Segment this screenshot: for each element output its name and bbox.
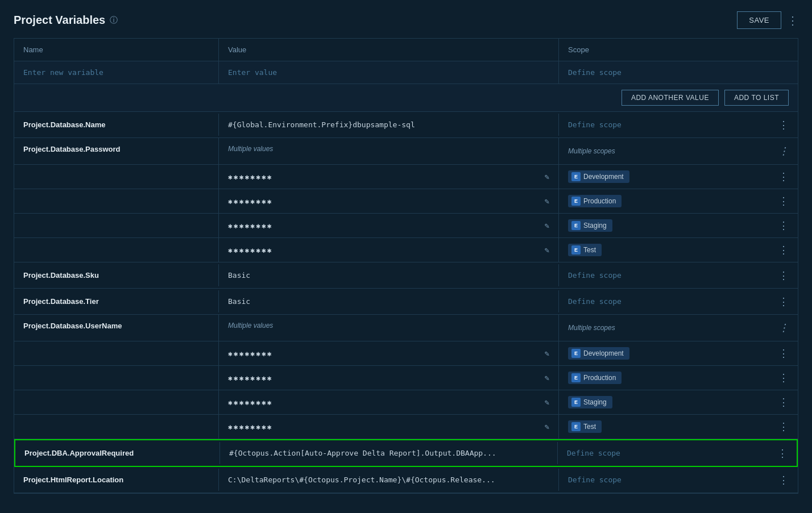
scope-cell: E Test ⋮: [559, 415, 798, 439]
multi-value-row: ✱✱✱✱✱✱✱✱ ✎ E Production ⋮: [14, 189, 798, 213]
multi-var-header: Project.Database.Password Multiple value…: [14, 138, 798, 164]
row-options-icon[interactable]: ⋮: [778, 396, 789, 408]
scope-cell: E Staging ⋮: [559, 214, 798, 237]
empty-name-cell: [14, 341, 219, 365]
new-variable-name-input[interactable]: Enter new variable: [14, 61, 219, 84]
row-options-icon[interactable]: ⋮: [778, 347, 789, 360]
row-options-icon[interactable]: ⋮: [778, 372, 789, 384]
scope-cell: E Production ⋮: [559, 189, 798, 213]
edit-icon[interactable]: ✎: [545, 172, 549, 181]
row-options-icon[interactable]: ⋮: [778, 145, 789, 157]
edit-icon[interactable]: ✎: [545, 398, 549, 407]
more-options-icon[interactable]: ⋮: [787, 14, 798, 27]
password-stars: ✱✱✱✱✱✱✱✱: [228, 222, 273, 230]
row-options-icon[interactable]: ⋮: [778, 269, 789, 281]
page-container: Project Variables ⓘ SAVE ⋮ Name Value Sc…: [0, 0, 812, 513]
edit-icon[interactable]: ✎: [545, 245, 549, 255]
empty-name-cell: [14, 165, 219, 189]
col-header-name: Name: [14, 39, 219, 61]
simple-var-row: Project.Database.Name #{Global.Environme…: [14, 112, 798, 137]
multi-value-row: ✱✱✱✱✱✱✱✱ ✎ E Test ⋮: [14, 414, 798, 439]
row-options-icon[interactable]: ⋮: [778, 420, 789, 433]
variable-value: C:\DeltaReports\#{Octopus.Project.Name}\…: [219, 469, 559, 491]
row-options-icon[interactable]: ⋮: [778, 244, 789, 256]
empty-name-cell: [14, 390, 219, 414]
scope-cell: E Development ⋮: [559, 341, 798, 365]
multi-value-row: ✱✱✱✱✱✱✱✱ ✎ E Test ⋮: [14, 237, 798, 262]
scope-tag-icon: E: [571, 197, 581, 206]
scope-tag: E Production: [568, 195, 622, 207]
scope-cell: E Development ⋮: [559, 165, 798, 189]
multi-value-row: ✱✱✱✱✱✱✱✱ ✎ E Development ⋮: [14, 164, 798, 189]
variable-value: Basic: [219, 264, 559, 286]
multi-value-row: ✱✱✱✱✱✱✱✱ ✎ E Development ⋮: [14, 341, 798, 365]
value-text: #{Global.Environment.Prefix}dbupsample-s…: [228, 120, 415, 129]
empty-name-cell: [14, 366, 219, 390]
scope-tag-label: Test: [583, 246, 596, 254]
empty-name-cell: [14, 238, 219, 262]
edit-icon[interactable]: ✎: [545, 422, 549, 431]
multi-scope-text: Multiple scopes: [568, 147, 615, 155]
row-options-icon[interactable]: ⋮: [778, 219, 789, 232]
col-header-scope: Scope: [559, 39, 798, 61]
scope-text: Define scope: [568, 297, 622, 306]
variable-name: Project.Database.Name: [14, 114, 219, 136]
row-options-icon[interactable]: ⋮: [778, 474, 789, 486]
scope-tag: E Development: [568, 170, 629, 183]
table-row: Project.Database.Tier Basic Define scope…: [14, 289, 798, 315]
page-title: Project Variables: [14, 14, 105, 27]
table-row: Project.Database.Sku Basic Define scope …: [14, 262, 798, 289]
scope-tag: E Development: [568, 347, 629, 360]
password-stars: ✱✱✱✱✱✱✱✱: [228, 246, 273, 255]
variable-name: Project.Database.Tier: [14, 290, 219, 312]
variable-name: Project.HtmlReport.Location: [14, 469, 219, 491]
scope-tag: E Production: [568, 372, 622, 384]
masked-value: ✱✱✱✱✱✱✱✱ ✎: [219, 341, 559, 365]
simple-var-row: Project.Database.Tier Basic Define scope…: [14, 289, 798, 314]
scope-tag-label: Development: [583, 349, 624, 357]
new-variable-scope-input[interactable]: Define scope: [559, 61, 798, 84]
row-options-icon[interactable]: ⋮: [777, 447, 788, 459]
variable-value: Basic: [219, 290, 559, 312]
multi-values-label: Multiple values: [219, 315, 559, 341]
password-stars: ✱✱✱✱✱✱✱✱: [228, 398, 273, 407]
variable-scope: Define scope ⋮: [559, 112, 798, 137]
multi-var-header: Project.Database.UserName Multiple value…: [14, 315, 798, 341]
row-options-icon[interactable]: ⋮: [778, 322, 789, 334]
table-row: Project.DBA.ApprovalRequired #{Octopus.A…: [14, 439, 798, 467]
help-icon[interactable]: ⓘ: [110, 15, 118, 26]
table-header-row: Name Value Scope: [14, 39, 798, 61]
multi-value-row: ✱✱✱✱✱✱✱✱ ✎ E Production ⋮: [14, 365, 798, 390]
value-text: Basic: [228, 297, 250, 306]
row-options-icon[interactable]: ⋮: [778, 195, 789, 207]
variable-name: Project.Database.Sku: [14, 264, 219, 286]
scope-tag: E Staging: [568, 219, 612, 232]
scope-cell: E Test ⋮: [559, 238, 798, 262]
edit-icon[interactable]: ✎: [545, 373, 549, 382]
add-to-list-button[interactable]: ADD TO LIST: [724, 90, 789, 106]
variable-value: #{Octopus.Action[Auto-Approve Delta Repo…: [220, 442, 558, 464]
simple-var-row: Project.HtmlReport.Location C:\DeltaRepo…: [14, 467, 798, 493]
edit-icon[interactable]: ✎: [545, 221, 549, 230]
action-row: ADD ANOTHER VALUE ADD TO LIST: [14, 84, 798, 112]
masked-value: ✱✱✱✱✱✱✱✱ ✎: [219, 238, 559, 262]
value-text: Basic: [228, 271, 250, 280]
add-another-value-button[interactable]: ADD ANOTHER VALUE: [622, 90, 719, 106]
simple-var-row: Project.DBA.ApprovalRequired #{Octopus.A…: [15, 440, 797, 466]
table-row: Project.HtmlReport.Location C:\DeltaRepo…: [14, 467, 798, 493]
multi-scopes-label: Multiple scopes ⋮: [559, 315, 798, 341]
scope-tag: E Staging: [568, 396, 612, 408]
row-options-icon[interactable]: ⋮: [778, 119, 789, 131]
value-text: C:\DeltaReports\#{Octopus.Project.Name}\…: [228, 476, 495, 484]
empty-name-cell: [14, 189, 219, 213]
edit-icon[interactable]: ✎: [545, 349, 549, 358]
multi-scope-text: Multiple scopes: [568, 324, 615, 332]
row-options-icon[interactable]: ⋮: [778, 170, 789, 183]
edit-icon[interactable]: ✎: [545, 197, 549, 206]
row-options-icon[interactable]: ⋮: [778, 295, 789, 307]
masked-value: ✱✱✱✱✱✱✱✱ ✎: [219, 214, 559, 237]
new-variable-value-input[interactable]: Enter value: [219, 61, 559, 84]
save-button[interactable]: SAVE: [737, 11, 781, 29]
simple-var-row: Project.Database.Sku Basic Define scope …: [14, 262, 798, 288]
scope-tag-label: Development: [583, 173, 624, 181]
